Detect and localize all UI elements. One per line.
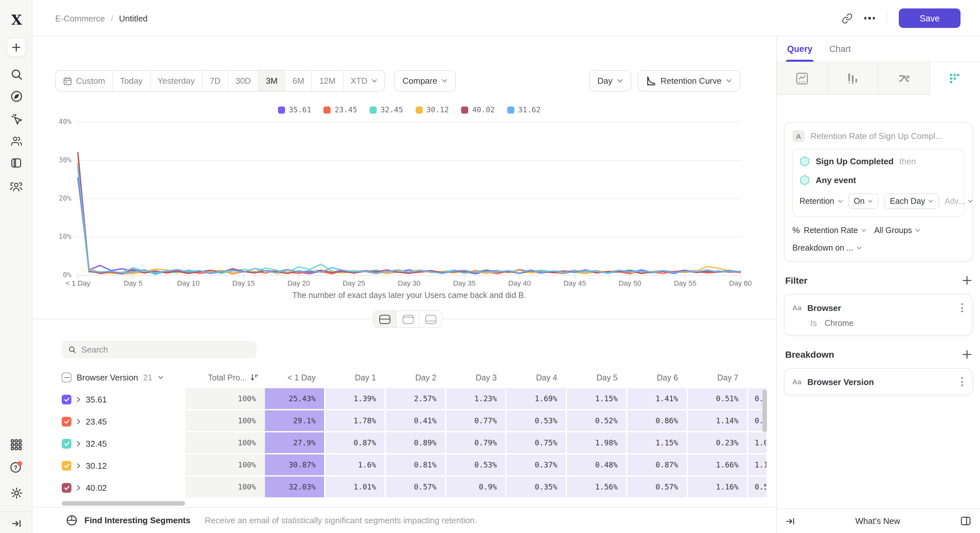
report-funnels-button[interactable] xyxy=(828,62,879,95)
column-header-day-2[interactable]: Day 2 xyxy=(386,373,446,382)
add-breakdown-button[interactable] xyxy=(963,350,972,359)
select-all-checkbox[interactable] xyxy=(62,373,72,382)
report-flows-button[interactable] xyxy=(879,62,930,95)
more-options-button[interactable] xyxy=(864,17,875,19)
series-line-30.12[interactable] xyxy=(78,157,740,274)
breakdown-menu-button[interactable] xyxy=(960,376,964,387)
table-row-30.12[interactable]: 30.12100%30.87%1.6%0.81%0.53%0.37%0.48%0… xyxy=(62,454,766,476)
filter-menu-button[interactable] xyxy=(960,302,964,314)
panel-layout-icon[interactable] xyxy=(961,516,971,526)
sort-icon[interactable] xyxy=(250,373,258,382)
retention-type-dropdown[interactable]: Retention xyxy=(799,197,843,206)
row-expand-chevron[interactable] xyxy=(76,441,81,446)
column-header-day-4[interactable]: Day 4 xyxy=(507,373,567,382)
whats-new-link[interactable]: What's New xyxy=(855,516,900,526)
save-button[interactable]: Save xyxy=(899,8,961,28)
bucket-dropdown[interactable]: Each Day xyxy=(884,194,939,209)
legend-item-31.62[interactable]: 31.62 xyxy=(507,105,541,114)
row-checkbox[interactable] xyxy=(62,461,72,470)
report-insights-button[interactable] xyxy=(777,62,828,95)
legend-item-40.02[interactable]: 40.02 xyxy=(461,105,495,114)
layout-table-toggle[interactable] xyxy=(419,311,442,327)
measure-dropdown[interactable]: Retention Rate xyxy=(804,225,866,235)
sidebar-expand-button[interactable] xyxy=(0,516,32,530)
copy-link-icon[interactable] xyxy=(842,13,853,24)
sidebar-users-button[interactable] xyxy=(0,132,32,150)
row-checkbox[interactable] xyxy=(62,394,72,404)
breakdown-on-dropdown[interactable]: Breakdown on ... xyxy=(792,243,862,252)
filter-card[interactable]: Aa Browser Is Chrome xyxy=(784,294,973,336)
create-new-button[interactable] xyxy=(6,38,26,57)
legend-item-35.61[interactable]: 35.61 xyxy=(278,105,311,114)
granularity-button[interactable]: Day xyxy=(589,70,631,92)
range-3m[interactable]: 3M xyxy=(258,71,285,91)
row-checkbox[interactable] xyxy=(62,416,72,426)
row-expand-chevron[interactable] xyxy=(76,419,81,424)
column-header-day-1[interactable]: Day 1 xyxy=(325,373,386,382)
horizontal-scrollbar[interactable] xyxy=(62,501,185,506)
event-b-row[interactable]: Any event xyxy=(799,174,957,186)
legend-item-30.12[interactable]: 30.12 xyxy=(415,105,449,114)
sidebar-apps-button[interactable] xyxy=(0,436,32,454)
groups-dropdown[interactable]: All Groups xyxy=(874,225,921,235)
vertical-scrollbar[interactable] xyxy=(762,390,767,432)
find-segments-link[interactable]: Find Interesting Segments xyxy=(84,516,191,525)
sidebar-settings-button[interactable] xyxy=(0,484,32,502)
row-expand-chevron[interactable] xyxy=(76,397,81,402)
series-line-31.62[interactable] xyxy=(78,167,740,273)
range-12m[interactable]: 12M xyxy=(312,71,343,91)
chevron-down-icon[interactable] xyxy=(158,375,163,380)
event-a-row[interactable]: Sign Up Completed then xyxy=(799,156,957,167)
layout-split-toggle[interactable] xyxy=(374,311,396,327)
legend-item-32.45[interactable]: 32.45 xyxy=(369,105,403,114)
breakdown-card[interactable]: Aa Browser Version xyxy=(784,368,973,395)
sidebar-cohorts-button[interactable] xyxy=(0,177,32,195)
range-today[interactable]: Today xyxy=(112,71,150,91)
breadcrumb-page-title[interactable]: Untitled xyxy=(119,13,148,23)
table-row-32.45[interactable]: 32.45100%27.9%0.87%0.89%0.79%0.75%1.98%1… xyxy=(62,432,766,454)
row-checkbox[interactable] xyxy=(62,483,72,492)
add-filter-button[interactable] xyxy=(963,276,972,285)
sidebar-boards-button[interactable] xyxy=(0,154,32,172)
sidebar-events-button[interactable] xyxy=(0,110,32,128)
sidebar-help-button[interactable]: ? xyxy=(0,458,32,476)
row-checkbox[interactable] xyxy=(62,439,72,448)
layout-chart-toggle[interactable] xyxy=(396,311,419,327)
series-line-23.45[interactable] xyxy=(78,164,740,274)
chart-type-button[interactable]: Retention Curve xyxy=(638,70,740,92)
table-row-23.45[interactable]: 23.45100%29.1%1.78%0.41%0.77%0.53%0.52%0… xyxy=(62,410,766,432)
search-input[interactable] xyxy=(81,345,250,354)
range-30d[interactable]: 30D xyxy=(228,71,258,91)
column-header-day-6[interactable]: Day 6 xyxy=(627,373,688,382)
range-yesterday[interactable]: Yesterday xyxy=(150,71,202,91)
report-retention-button[interactable] xyxy=(930,62,980,95)
table-row-35.61[interactable]: 35.61100%25.43%1.39%2.57%1.23%1.69%1.15%… xyxy=(62,388,766,410)
tab-query[interactable]: Query xyxy=(787,36,813,62)
series-line-35.61[interactable] xyxy=(78,178,740,274)
group-column-label[interactable]: Browser Version xyxy=(76,373,138,382)
range-xtd[interactable]: XTD xyxy=(343,71,385,91)
column-header-day-5[interactable]: Day 5 xyxy=(567,373,627,382)
compare-button[interactable]: Compare xyxy=(394,70,456,92)
column-header--1-day[interactable]: < 1 Day xyxy=(265,373,325,382)
range-6m[interactable]: 6M xyxy=(285,71,312,91)
row-expand-chevron[interactable] xyxy=(76,463,81,468)
sidebar-search-button[interactable] xyxy=(0,65,32,83)
row-expand-chevron[interactable] xyxy=(76,485,81,490)
column-header-day-8[interactable]: Day 8 xyxy=(748,373,766,382)
range-custom[interactable]: Custom xyxy=(56,71,112,91)
series-line-40.02[interactable] xyxy=(78,152,740,274)
collapse-panel-icon[interactable] xyxy=(786,517,795,525)
range-7d[interactable]: 7D xyxy=(202,71,228,91)
tab-chart[interactable]: Chart xyxy=(829,36,851,62)
series-line-32.45[interactable] xyxy=(78,168,740,274)
on-dropdown[interactable]: On xyxy=(848,194,879,209)
mixpanel-logo-icon[interactable]: X xyxy=(0,10,32,29)
legend-item-23.45[interactable]: 23.45 xyxy=(324,105,357,114)
column-header-day-3[interactable]: Day 3 xyxy=(446,373,507,382)
table-row-40.02[interactable]: 40.02100%32.03%1.01%0.57%0.9%0.35%1.56%0… xyxy=(62,476,766,498)
breadcrumb-project[interactable]: E-Commerce xyxy=(55,13,105,23)
column-header-day-7[interactable]: Day 7 xyxy=(688,373,748,382)
query-title[interactable]: Retention Rate of Sign Up Compl... xyxy=(810,131,942,141)
advanced-dropdown[interactable]: Adv... xyxy=(945,197,973,206)
